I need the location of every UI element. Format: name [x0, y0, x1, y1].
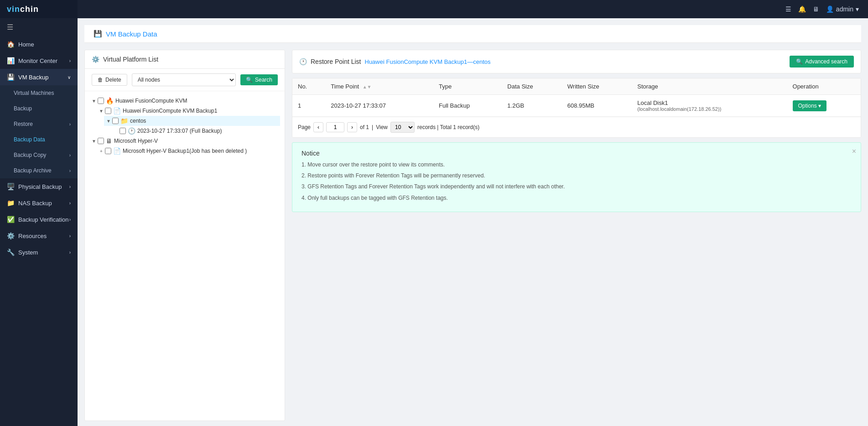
- user-menu[interactable]: 👤 admin ▾: [826, 5, 859, 13]
- tree-node-label: Microsoft Hyper-V Backup1(Job has been d…: [123, 148, 279, 154]
- sidebar-item-resources[interactable]: ⚙️ Resources ›: [0, 228, 78, 244]
- tree-node-centos[interactable]: ▼ 📁 centos: [104, 116, 280, 126]
- sidebar-item-vm-backup[interactable]: 💾 VM Backup ∨: [0, 69, 78, 85]
- tree-toggle[interactable]: ▼: [98, 109, 105, 114]
- notice-item-2: 2. Restore points with Forever Retention…: [301, 171, 852, 180]
- tree-toggle[interactable]: ▼: [105, 119, 112, 124]
- tree-checkbox[interactable]: [98, 98, 104, 104]
- advanced-search-label: Advanced search: [805, 58, 847, 65]
- tree-checkbox[interactable]: [112, 118, 119, 124]
- tree-toggle[interactable]: ▼: [90, 99, 98, 104]
- page-input[interactable]: [326, 122, 344, 132]
- breadcrumb-link[interactable]: Huawei FusionCompute KVM Backup1—centos: [365, 58, 491, 65]
- sidebar-item-monitor-center[interactable]: 📊 Monitor Center ›: [0, 52, 78, 69]
- page-prev-button[interactable]: ‹: [313, 122, 323, 132]
- storage-line2: (localhost.localdomain(172.18.26.52)): [637, 106, 781, 112]
- records-label: records | Total 1 record(s): [417, 124, 479, 130]
- sidebar: vinchin ☰ 🏠 Home 📊 Monitor Center › 💾 VM…: [0, 0, 78, 426]
- restore-point-icon: 🕐: [299, 58, 307, 65]
- tree-checkbox[interactable]: [98, 138, 104, 144]
- left-panel-header: ⚙️ Virtual Platform List: [85, 50, 285, 69]
- sidebar-item-backup-data[interactable]: Backup Data: [0, 132, 78, 147]
- sidebar-toggle[interactable]: ☰: [0, 18, 78, 36]
- tree-node-huawei-backup1[interactable]: ▼ 📄 Huawei FusionCompute KVM Backup1: [97, 106, 280, 116]
- sidebar-item-restore[interactable]: Restore ›: [0, 116, 78, 132]
- user-icon: 👤: [826, 5, 834, 13]
- tree-node-ms-backup1[interactable]: + 📄 Microsoft Hyper-V Backup1(Job has be…: [97, 146, 280, 156]
- tree-node-huawei-root[interactable]: ▼ 🔥 Huawei FusionCompute KVM: [89, 96, 280, 106]
- sidebar-item-nas-backup[interactable]: 📁 NAS Backup ›: [0, 195, 78, 211]
- chevron-right-icon: ›: [69, 58, 71, 63]
- chevron-down-icon: ∨: [68, 75, 71, 80]
- sidebar-item-system[interactable]: 🔧 System ›: [0, 244, 78, 260]
- sidebar-sub-label: Backup Copy: [14, 152, 46, 158]
- tree-checkbox[interactable]: [120, 128, 126, 134]
- cell-operation: Options ▾: [787, 95, 861, 117]
- tree-checkbox[interactable]: [105, 148, 111, 154]
- notice-close-button[interactable]: ×: [852, 147, 856, 156]
- main-content: ☰ 🔔 🖥 👤 admin ▾ 💾 VM Backup Data ⚙️ Virt…: [78, 0, 868, 426]
- sidebar-item-virtual-machines[interactable]: Virtual Machines: [0, 85, 78, 101]
- doc-icon: 📄: [113, 107, 121, 114]
- monitor-topbar-icon[interactable]: 🖥: [813, 5, 819, 13]
- of-label: of 1: [360, 124, 369, 130]
- folder-icon: 📁: [120, 117, 128, 125]
- vmbackup-icon: 💾: [7, 73, 15, 81]
- virtual-platform-icon: ⚙️: [92, 56, 99, 63]
- list-icon[interactable]: ☰: [785, 5, 791, 13]
- advanced-search-button[interactable]: 🔍 Advanced search: [790, 56, 854, 68]
- panels-container: ⚙️ Virtual Platform List 🗑 Delete All no…: [84, 50, 861, 421]
- sidebar-sub-label: Backup Data: [14, 136, 45, 143]
- delete-label: Delete: [105, 77, 121, 83]
- sidebar-item-backup-archive[interactable]: Backup Archive ›: [0, 163, 78, 178]
- search-label: Search: [255, 77, 272, 83]
- right-panel-title: 🕐 Restore Point List Huawei FusionComput…: [299, 58, 491, 65]
- left-panel-toolbar: 🗑 Delete All nodes 🔍 Search: [85, 69, 285, 91]
- tree-node-backup-entry[interactable]: ▼ 🕐 2023-10-27 17:33:07 (Full Backup): [111, 126, 280, 136]
- chevron-right-icon: ›: [69, 184, 71, 189]
- sidebar-item-backup-copy[interactable]: Backup Copy ›: [0, 147, 78, 163]
- delete-button[interactable]: 🗑 Delete: [92, 74, 127, 86]
- node-select[interactable]: All nodes: [132, 73, 236, 86]
- chevron-right-icon: ›: [69, 234, 71, 239]
- vm-backup-submenu: Virtual Machines Backup Restore › Backup…: [0, 85, 78, 178]
- bell-icon[interactable]: 🔔: [798, 5, 806, 13]
- sidebar-item-backup[interactable]: Backup: [0, 101, 78, 116]
- page-next-button[interactable]: ›: [347, 122, 357, 132]
- notice-item-4: 4. Only full backups can be tagged with …: [301, 194, 852, 203]
- sidebar-item-backup-verification[interactable]: ✅ Backup Verification ›: [0, 211, 78, 228]
- tree-node-label: Microsoft Hyper-V: [114, 138, 279, 144]
- tree-node-microsoft-root[interactable]: ▼ 🖥 Microsoft Hyper-V: [89, 136, 280, 146]
- tree-checkbox[interactable]: [105, 108, 111, 114]
- backup-verification-icon: ✅: [7, 216, 15, 223]
- sidebar-item-physical-backup[interactable]: 🖥️ Physical Backup ›: [0, 178, 78, 195]
- content-area: 💾 VM Backup Data ⚙️ Virtual Platform Lis…: [78, 18, 868, 426]
- page-view-select[interactable]: 10 20 50 100: [390, 122, 415, 133]
- sidebar-item-label: VM Backup: [18, 74, 48, 81]
- cell-data-size: 1.2GB: [502, 95, 561, 117]
- sidebar-item-home[interactable]: 🏠 Home: [0, 36, 78, 52]
- sidebar-item-label: NAS Backup: [18, 200, 52, 207]
- page-title: VM Backup Data: [106, 30, 157, 38]
- view-text: View: [376, 124, 388, 130]
- options-button[interactable]: Options ▾: [793, 100, 827, 111]
- search-icon: 🔍: [246, 77, 253, 83]
- page-header: 💾 VM Backup Data: [84, 25, 861, 43]
- col-time-point[interactable]: Time Point ▲▼: [325, 78, 433, 95]
- restore-point-title: Restore Point List: [311, 58, 361, 65]
- tree-node-label: Huawei FusionCompute KVM Backup1: [123, 108, 279, 114]
- tree-node-label: 2023-10-27 17:33:07 (Full Backup): [137, 128, 279, 134]
- tree-toggle[interactable]: +: [98, 149, 105, 154]
- right-panel: 🕐 Restore Point List Huawei FusionComput…: [292, 50, 861, 421]
- search-icon: 🔍: [796, 58, 803, 65]
- search-button[interactable]: 🔍 Search: [240, 74, 278, 85]
- cell-written-size: 608.95MB: [562, 95, 632, 117]
- notice-box: × Notice 1. Move cursor over the restore…: [292, 142, 861, 212]
- cell-time-point: 2023-10-27 17:33:07: [325, 95, 433, 117]
- username: admin: [836, 5, 853, 13]
- doc-icon: 📄: [113, 147, 121, 155]
- sidebar-item-label: Resources: [18, 233, 47, 239]
- sort-icon: ▲▼: [363, 84, 372, 89]
- tree-toggle[interactable]: ▼: [90, 139, 98, 144]
- logo-text: vinchin: [7, 5, 39, 14]
